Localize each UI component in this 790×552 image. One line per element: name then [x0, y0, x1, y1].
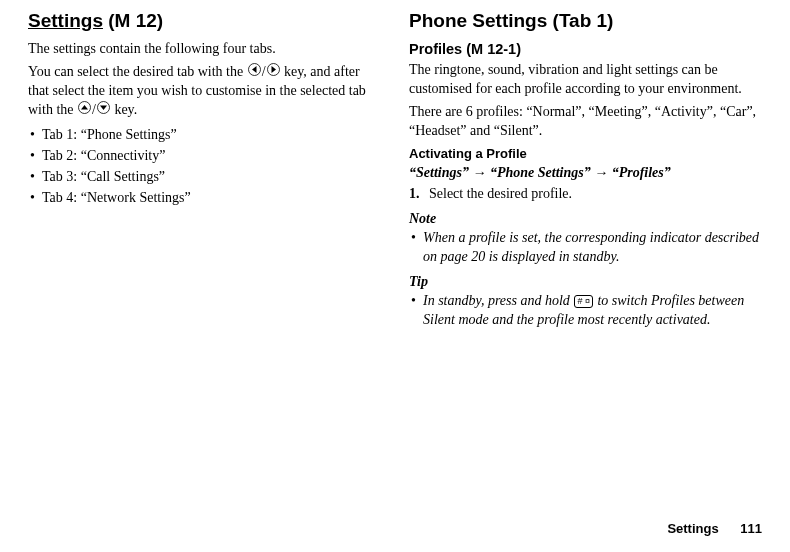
profiles-heading: Profiles (M 12-1) [409, 40, 762, 60]
step-number: 1. [409, 185, 420, 204]
instruction-part-3: key. [111, 102, 137, 117]
tip-text-part-1: In standby, press and hold [423, 293, 573, 308]
tip-label: Tip [409, 273, 762, 292]
slash-1: / [262, 64, 266, 79]
list-item: Tab 2: “Connectivity” [28, 147, 381, 166]
settings-heading-text: Settings [28, 10, 103, 31]
menu-path: “Settings” → “Phone Settings” → “Profile… [409, 164, 762, 183]
list-item: Tab 4: “Network Settings” [28, 189, 381, 208]
left-key-icon [248, 63, 261, 82]
list-item: Tab 3: “Call Settings” [28, 168, 381, 187]
slash-2: / [92, 102, 96, 117]
phone-settings-heading-tab: (Tab 1) [553, 10, 614, 31]
step-1: 1. Select the desired profile. [409, 185, 762, 204]
profiles-heading-menu-id: (M 12-1) [466, 41, 521, 57]
settings-heading: Settings (M 12) [28, 8, 381, 34]
path-arrow: → [469, 165, 490, 180]
right-key-icon [267, 63, 280, 82]
settings-heading-menu-id: (M 12) [108, 10, 163, 31]
path-arrow: → [591, 165, 612, 180]
tabs-list: Tab 1: “Phone Settings” Tab 2: “Connecti… [28, 126, 381, 208]
tip-text: In standby, press and hold # ¤ to switch… [409, 292, 762, 330]
path-segment-2: “Phone Settings” [490, 165, 591, 180]
note-label: Note [409, 210, 762, 229]
path-segment-1: “Settings” [409, 165, 469, 180]
profiles-description-2: There are 6 profiles: “Normal”, “Meeting… [409, 103, 762, 141]
phone-settings-heading-text: Phone Settings [409, 10, 547, 31]
profiles-heading-text: Profiles [409, 41, 462, 57]
settings-instruction: You can select the desired tab with the … [28, 63, 381, 120]
note-text: When a profile is set, the corresponding… [409, 229, 762, 267]
path-segment-3: “Profiles” [612, 165, 671, 180]
page-footer: Settings 111 [667, 520, 762, 538]
footer-section-label: Settings [667, 521, 718, 536]
footer-page-number: 111 [740, 521, 762, 536]
list-item: Tab 1: “Phone Settings” [28, 126, 381, 145]
activating-profile-heading: Activating a Profile [409, 145, 762, 163]
hash-key-icon: # ¤ [574, 295, 593, 308]
left-column: Settings (M 12) The settings contain the… [28, 8, 381, 329]
settings-intro: The settings contain the following four … [28, 40, 381, 59]
phone-settings-heading: Phone Settings (Tab 1) [409, 8, 762, 34]
step-text: Select the desired profile. [429, 186, 572, 201]
profiles-description-1: The ringtone, sound, vibration and light… [409, 61, 762, 99]
down-key-icon [97, 101, 110, 120]
right-column: Phone Settings (Tab 1) Profiles (M 12-1)… [409, 8, 762, 329]
instruction-part-1: You can select the desired tab with the [28, 64, 247, 79]
up-key-icon [78, 101, 91, 120]
